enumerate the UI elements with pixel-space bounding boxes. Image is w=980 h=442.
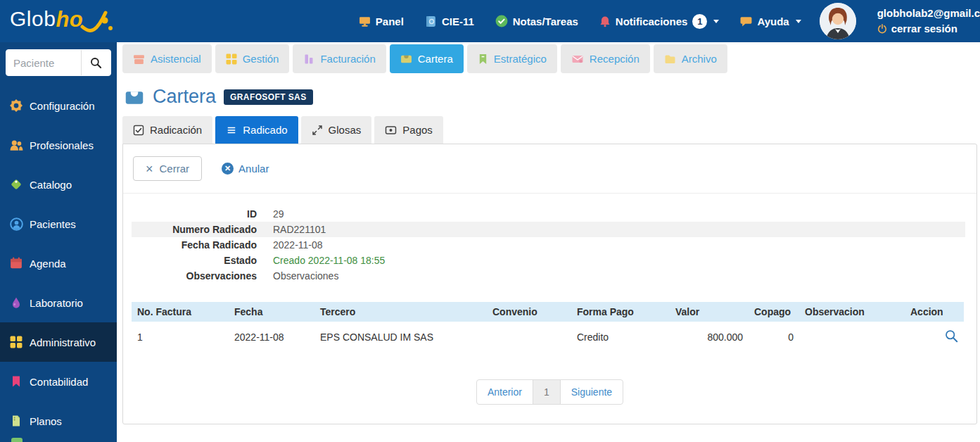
tab-label: Asistencial bbox=[151, 53, 201, 65]
search-icon bbox=[90, 57, 102, 69]
droplet-icon bbox=[9, 296, 23, 310]
radicado-panel: × Cerrar ✕ Anular ID 29 Numero Radicado … bbox=[122, 144, 977, 424]
monitor-icon bbox=[359, 15, 371, 27]
cell-fecha: 2022-11-08 bbox=[229, 322, 314, 348]
chevron-down-icon bbox=[713, 20, 719, 23]
pagination-next[interactable]: Siguiente bbox=[560, 379, 623, 405]
sidebar-item-catalogo[interactable]: Catalogo bbox=[0, 165, 117, 204]
tab-recepcion[interactable]: Recepción bbox=[561, 44, 650, 73]
patient-search-input[interactable] bbox=[6, 50, 81, 75]
sidebar-item-agenda[interactable]: Agenda bbox=[0, 244, 117, 283]
tab-label: Glosas bbox=[329, 124, 362, 136]
user-avatar[interactable] bbox=[820, 3, 856, 39]
sidebar-item-pacientes[interactable]: Pacientes bbox=[0, 204, 117, 244]
tab-radicado[interactable]: Radicado bbox=[215, 116, 298, 144]
people-icon bbox=[9, 138, 23, 152]
detail-label: ID bbox=[132, 206, 257, 222]
nav-item-notas-tareas[interactable]: Notas/Tareas bbox=[495, 15, 578, 27]
grid-icon bbox=[226, 53, 237, 65]
col-header-valor: Valor bbox=[670, 302, 749, 322]
tab-radicacion[interactable]: Radicación bbox=[122, 116, 212, 144]
detail-label: Observaciones bbox=[132, 268, 257, 284]
nav-item-ayuda[interactable]: Ayuda bbox=[740, 15, 801, 27]
nav-item-panel[interactable]: Panel bbox=[359, 15, 404, 27]
sidebar-item-contabilidad[interactable]: Contabilidad bbox=[0, 362, 117, 401]
gear-icon bbox=[9, 99, 23, 113]
col-header-fecha: Fecha bbox=[229, 302, 314, 322]
sidebar-item-label: Agenda bbox=[30, 258, 66, 270]
logout-link[interactable]: cerrar sesión bbox=[877, 21, 980, 37]
tab-glosas[interactable]: Glosas bbox=[301, 116, 372, 144]
sidebar-item-label: Planos bbox=[30, 415, 62, 427]
user-circle-icon bbox=[9, 217, 23, 231]
tag-icon bbox=[9, 177, 23, 191]
detail-row-fecha-radicado: Fecha Radicado 2022-11-08 bbox=[132, 237, 965, 253]
tab-label: Radicación bbox=[150, 124, 202, 136]
checkbox-icon bbox=[133, 125, 144, 136]
nav-item-cie11[interactable]: CIE-11 bbox=[425, 15, 474, 27]
nav-item-label: Ayuda bbox=[757, 15, 789, 27]
user-block: globholab2@gmail.c cerrar sesión bbox=[877, 6, 980, 37]
tab-pagos[interactable]: Pagos bbox=[374, 116, 443, 144]
tab-facturacion[interactable]: Facturación bbox=[293, 44, 386, 73]
menu-icon bbox=[226, 125, 237, 135]
tab-cartera[interactable]: Cartera bbox=[390, 44, 464, 73]
box-icon bbox=[133, 53, 145, 65]
cell-valor: 800.000 bbox=[670, 322, 749, 348]
company-badge: GRAFOSOFT SAS bbox=[224, 89, 313, 105]
nav-item-notificaciones[interactable]: Notificaciones 1 bbox=[599, 14, 720, 29]
wallet-icon bbox=[124, 87, 145, 107]
tab-label: Pagos bbox=[402, 124, 433, 136]
detail-row-numero-radicado: Numero Radicado RAD221101 bbox=[132, 222, 965, 237]
cell-tercero: EPS CONSALUD IM SAS bbox=[314, 322, 487, 348]
bell-icon bbox=[599, 15, 611, 27]
notification-count-badge: 1 bbox=[692, 14, 707, 29]
table-row: 1 2022-11-08 EPS CONSALUD IM SAS Credito… bbox=[132, 322, 964, 348]
detail-value: RAD221101 bbox=[257, 222, 326, 237]
nav-item-label: CIE-11 bbox=[442, 15, 474, 27]
main-content: Asistencial Gestión Facturación bbox=[117, 42, 980, 442]
sidebar-item-planos[interactable]: Planos bbox=[0, 401, 117, 441]
navbar-menu: Panel CIE-11 Notas/Tareas Notificaciones bbox=[359, 3, 980, 39]
partial-menu-icon bbox=[11, 438, 23, 442]
sidebar-item-profesionales[interactable]: Profesionales bbox=[0, 125, 117, 165]
detail-value: 2022-11-08 bbox=[257, 237, 323, 253]
col-header-copago: Copago bbox=[749, 302, 799, 322]
col-header-observacion: Observacion bbox=[799, 302, 905, 322]
chevron-down-icon bbox=[796, 20, 801, 23]
col-header-accion: Accion bbox=[905, 302, 964, 322]
tab-label: Gestión bbox=[243, 53, 279, 65]
invoices-table: No. Factura Fecha Tercero Convenio Forma… bbox=[132, 302, 964, 348]
table-header-row: No. Factura Fecha Tercero Convenio Forma… bbox=[132, 302, 964, 322]
tab-estrategico[interactable]: Estratégico bbox=[467, 44, 557, 73]
tab-asistencial[interactable]: Asistencial bbox=[122, 44, 212, 73]
sidebar-item-administrativo[interactable]: Administrativo bbox=[0, 322, 117, 362]
radicado-details: ID 29 Numero Radicado RAD221101 Fecha Ra… bbox=[123, 194, 976, 284]
cerrar-label: Cerrar bbox=[160, 163, 190, 175]
tab-gestion[interactable]: Gestión bbox=[215, 44, 290, 73]
logout-label: cerrar sesión bbox=[891, 21, 957, 37]
pagination-prev[interactable]: Anterior bbox=[476, 379, 533, 405]
power-icon bbox=[877, 24, 887, 34]
sidebar-item-configuracion[interactable]: Configuración bbox=[0, 86, 117, 125]
cerrar-button[interactable]: × Cerrar bbox=[133, 156, 202, 181]
wallet-icon bbox=[400, 53, 412, 65]
sidebar-item-laboratorio[interactable]: Laboratorio bbox=[0, 283, 117, 322]
pagination: Anterior 1 Siguiente bbox=[123, 379, 976, 405]
left-sidebar: Configuración Profesionales Catalogo bbox=[0, 42, 117, 442]
search-button[interactable] bbox=[81, 50, 110, 75]
detail-label: Fecha Radicado bbox=[132, 237, 257, 253]
logo-swoosh-icon bbox=[80, 8, 114, 35]
tab-label: Archivo bbox=[682, 53, 717, 65]
nav-item-label: Panel bbox=[376, 15, 404, 27]
tab-archivo[interactable]: Archivo bbox=[654, 44, 727, 73]
logo-text-ho: ho bbox=[56, 7, 83, 32]
page-title: Cartera bbox=[153, 86, 216, 108]
folder-icon bbox=[664, 53, 676, 65]
sidebar-item-label: Administrativo bbox=[30, 336, 96, 348]
pagination-current-page[interactable]: 1 bbox=[533, 379, 561, 405]
envelope-icon bbox=[571, 53, 584, 65]
anular-button[interactable]: ✕ Anular bbox=[222, 163, 269, 175]
detail-label: Numero Radicado bbox=[132, 222, 257, 237]
magnifier-icon[interactable] bbox=[945, 329, 958, 343]
